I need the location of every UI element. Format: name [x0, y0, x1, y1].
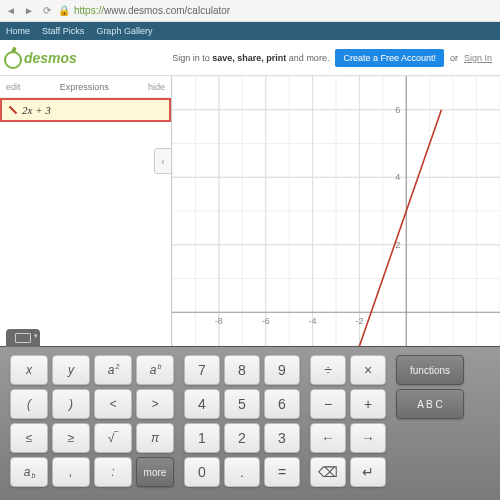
key-y[interactable]: y [52, 355, 90, 385]
svg-text:-6: -6 [262, 316, 270, 326]
key-5[interactable]: 5 [224, 389, 260, 419]
line-color-icon[interactable] [9, 106, 17, 114]
key-[interactable]: , [52, 457, 90, 487]
key-[interactable]: ← [310, 423, 346, 453]
key-[interactable] [396, 423, 464, 453]
key-9[interactable]: 9 [264, 355, 300, 385]
key-[interactable]: ) [52, 389, 90, 419]
nav-home[interactable]: Home [6, 26, 30, 36]
workspace: edit Expressions hide 2x + 3 ‹ -8-6-4-22… [0, 76, 500, 346]
key-[interactable]: ↵ [350, 457, 386, 487]
key-[interactable]: ≥ [52, 423, 90, 453]
svg-text:-8: -8 [215, 316, 223, 326]
nav-graph-gallery[interactable]: Graph Gallery [96, 26, 152, 36]
lock-icon: 🔒 [58, 5, 70, 16]
expression-row-1[interactable]: 2x + 3 [0, 98, 171, 122]
key-group-vars: xya2ab()<>≤≥√‾πab,:more [10, 355, 174, 492]
key-6[interactable]: 6 [264, 389, 300, 419]
key-[interactable]: = [264, 457, 300, 487]
key-2[interactable]: 2 [224, 423, 260, 453]
key-0[interactable]: 0 [184, 457, 220, 487]
expressions-title: Expressions [60, 82, 109, 92]
on-screen-keyboard: xya2ab()<>≤≥√‾πab,:more 7894561230.= ÷×−… [0, 346, 500, 500]
key-x[interactable]: x [10, 355, 48, 385]
url-text[interactable]: https://www.desmos.com/calculator [74, 5, 230, 16]
signin-prompt: Sign in to save, share, print and more. [172, 53, 329, 63]
key-8[interactable]: 8 [224, 355, 260, 385]
key-[interactable]: > [136, 389, 174, 419]
key-[interactable]: : [94, 457, 132, 487]
forward-icon[interactable]: ► [22, 4, 36, 18]
hide-button[interactable]: hide [148, 82, 165, 92]
expression-panel: edit Expressions hide 2x + 3 ‹ [0, 76, 172, 346]
key-[interactable]: × [350, 355, 386, 385]
key-ab[interactable]: ab [10, 457, 48, 487]
keyboard-grid: xya2ab()<>≤≥√‾πab,:more 7894561230.= ÷×−… [0, 347, 500, 500]
key-3[interactable]: 3 [264, 423, 300, 453]
key-group-numpad: 7894561230.= [184, 355, 300, 492]
key-[interactable]: < [94, 389, 132, 419]
svg-text:4: 4 [395, 172, 400, 182]
sign-in-link[interactable]: Sign In [464, 53, 492, 63]
key-[interactable]: − [310, 389, 346, 419]
logo[interactable]: desmos [4, 49, 77, 67]
logo-icon [4, 49, 22, 67]
edit-button[interactable]: edit [6, 82, 21, 92]
nav-staff-picks[interactable]: Staff Picks [42, 26, 84, 36]
svg-text:6: 6 [395, 105, 400, 115]
key-[interactable]: . [224, 457, 260, 487]
key-a2[interactable]: a2 [94, 355, 132, 385]
site-nav: Home Staff Picks Graph Gallery [0, 22, 500, 40]
key-[interactable]: π [136, 423, 174, 453]
key-[interactable]: ⌫ [310, 457, 346, 487]
key-[interactable]: + [350, 389, 386, 419]
app-header: desmos Sign in to save, share, print and… [0, 40, 500, 76]
key-ab[interactable]: ab [136, 355, 174, 385]
reload-icon[interactable]: ⟳ [40, 4, 54, 18]
key-7[interactable]: 7 [184, 355, 220, 385]
svg-text:-2: -2 [355, 316, 363, 326]
key-[interactable]: √‾ [94, 423, 132, 453]
graph-canvas[interactable]: -8-6-4-2246 [172, 76, 500, 346]
key-[interactable]: → [350, 423, 386, 453]
key-group-extra: functionsA B C [396, 355, 464, 492]
key-[interactable]: ≤ [10, 423, 48, 453]
key-[interactable] [396, 457, 464, 487]
browser-url-bar: ◄ ► ⟳ 🔒 https://www.desmos.com/calculato… [0, 0, 500, 22]
header-actions: Sign in to save, share, print and more. … [172, 49, 492, 67]
expression-formula[interactable]: 2x + 3 [22, 104, 51, 116]
keyboard-icon [15, 333, 31, 343]
back-icon[interactable]: ◄ [4, 4, 18, 18]
key-functions[interactable]: functions [396, 355, 464, 385]
expression-header: edit Expressions hide [0, 76, 171, 98]
logo-text: desmos [24, 50, 77, 66]
keyboard-toggle-button[interactable] [6, 329, 40, 347]
key-abc[interactable]: A B C [396, 389, 464, 419]
or-text: or [450, 53, 458, 63]
key-more[interactable]: more [136, 457, 174, 487]
key-4[interactable]: 4 [184, 389, 220, 419]
key-[interactable]: ( [10, 389, 48, 419]
key-group-ops: ÷×−+←→⌫↵ [310, 355, 386, 492]
create-account-button[interactable]: Create a Free Account! [335, 49, 444, 67]
key-[interactable]: ÷ [310, 355, 346, 385]
key-1[interactable]: 1 [184, 423, 220, 453]
collapse-panel-button[interactable]: ‹ [154, 148, 172, 174]
svg-text:-4: -4 [309, 316, 317, 326]
